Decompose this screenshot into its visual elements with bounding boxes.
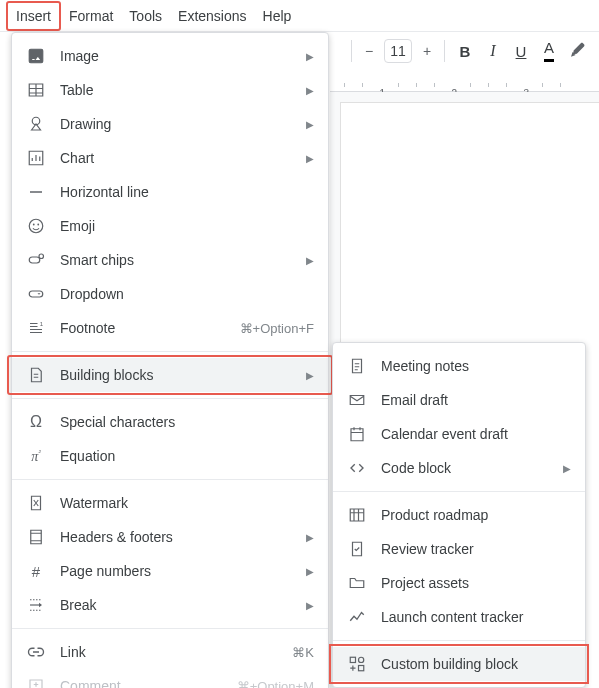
- menu-item-emoji[interactable]: Emoji: [12, 209, 328, 243]
- menu-label: Horizontal line: [60, 184, 314, 200]
- menu-label: Break: [60, 597, 298, 613]
- menu-label: Equation: [60, 448, 314, 464]
- link-icon: [26, 642, 46, 662]
- submenu-item-review-tracker[interactable]: Review tracker: [333, 532, 585, 566]
- menu-help[interactable]: Help: [255, 3, 300, 29]
- menu-label: Link: [60, 644, 292, 660]
- headers-footers-icon: [26, 527, 46, 547]
- menu-item-footnote[interactable]: 1 Footnote ⌘+Option+F: [12, 311, 328, 345]
- highlight-color-button[interactable]: [563, 37, 591, 65]
- chevron-right-icon: ▶: [306, 600, 314, 611]
- menubar: Insert Format Tools Extensions Help: [0, 0, 599, 32]
- font-size-decrease[interactable]: −: [358, 40, 380, 62]
- menu-item-chart[interactable]: Chart ▶: [12, 141, 328, 175]
- menu-item-link[interactable]: Link ⌘K: [12, 635, 328, 669]
- menu-item-comment: Comment ⌘+Option+M: [12, 669, 328, 688]
- menu-tools[interactable]: Tools: [121, 3, 170, 29]
- menu-label: Chart: [60, 150, 298, 166]
- italic-button[interactable]: I: [479, 37, 507, 65]
- menu-item-smart-chips[interactable]: Smart chips ▶: [12, 243, 328, 277]
- submenu-item-launch-tracker[interactable]: Launch content tracker: [333, 600, 585, 634]
- menu-shortcut: ⌘+Option+F: [240, 321, 314, 336]
- menu-extensions[interactable]: Extensions: [170, 3, 254, 29]
- menu-label: Page numbers: [60, 563, 298, 579]
- bold-button[interactable]: B: [451, 37, 479, 65]
- underline-button[interactable]: U: [507, 37, 535, 65]
- project-assets-icon: [347, 573, 367, 593]
- menu-item-table[interactable]: Table ▶: [12, 73, 328, 107]
- menu-label: Project assets: [381, 575, 571, 591]
- toolbar-divider: [444, 40, 445, 62]
- footnote-icon: 1: [26, 318, 46, 338]
- drawing-icon: [26, 114, 46, 134]
- svg-rect-9: [359, 666, 364, 671]
- svg-point-1: [29, 219, 43, 233]
- chevron-right-icon: ▶: [306, 153, 314, 164]
- submenu-item-meeting-notes[interactable]: Meeting notes: [333, 349, 585, 383]
- menu-shortcut: ⌘K: [292, 645, 314, 660]
- meeting-notes-icon: [347, 356, 367, 376]
- chart-icon: [26, 148, 46, 168]
- building-blocks-icon: [26, 365, 46, 385]
- submenu-item-product-roadmap[interactable]: Product roadmap: [333, 498, 585, 532]
- highlighter-icon: [568, 42, 586, 60]
- font-size-increase[interactable]: +: [416, 40, 438, 62]
- menu-item-break[interactable]: Break ▶: [12, 588, 328, 622]
- menu-label: Comment: [60, 678, 237, 688]
- menu-divider: [12, 479, 328, 480]
- text-color-button[interactable]: A: [535, 37, 563, 65]
- special-chars-icon: Ω: [26, 412, 46, 432]
- menu-divider: [12, 628, 328, 629]
- menu-item-image[interactable]: Image ▶: [12, 39, 328, 73]
- review-tracker-icon: [347, 539, 367, 559]
- horizontal-line-icon: [26, 182, 46, 202]
- menu-item-headers-footers[interactable]: Headers & footers ▶: [12, 520, 328, 554]
- menu-label: Meeting notes: [381, 358, 571, 374]
- svg-text:1: 1: [40, 321, 44, 327]
- roadmap-icon: [347, 505, 367, 525]
- launch-tracker-icon: [347, 607, 367, 627]
- menu-item-special-characters[interactable]: Ω Special characters: [12, 405, 328, 439]
- submenu-item-code-block[interactable]: Code block ▶: [333, 451, 585, 485]
- menu-format[interactable]: Format: [61, 3, 121, 29]
- submenu-item-project-assets[interactable]: Project assets: [333, 566, 585, 600]
- table-icon: [26, 80, 46, 100]
- chevron-right-icon: ▶: [306, 532, 314, 543]
- chevron-right-icon: ▶: [306, 51, 314, 62]
- svg-point-10: [359, 657, 364, 662]
- svg-point-2: [33, 224, 35, 226]
- svg-rect-4: [29, 257, 40, 263]
- chevron-right-icon: ▶: [563, 463, 571, 474]
- menu-item-equation[interactable]: π² Equation: [12, 439, 328, 473]
- menu-label: Email draft: [381, 392, 571, 408]
- image-icon: [26, 46, 46, 66]
- menu-divider: [333, 491, 585, 492]
- building-blocks-submenu: Meeting notes Email draft Calendar event…: [332, 342, 586, 688]
- menu-item-dropdown[interactable]: Dropdown: [12, 277, 328, 311]
- submenu-item-calendar-event[interactable]: Calendar event draft: [333, 417, 585, 451]
- break-icon: [26, 595, 46, 615]
- calendar-event-icon: [347, 424, 367, 444]
- font-size-input[interactable]: [384, 39, 412, 63]
- email-draft-icon: [347, 390, 367, 410]
- ruler: 1 2 3: [330, 70, 599, 92]
- chevron-right-icon: ▶: [306, 370, 314, 381]
- page-numbers-icon: #: [26, 561, 46, 581]
- menu-label: Drawing: [60, 116, 298, 132]
- insert-dropdown: Image ▶ Table ▶ Drawing ▶ Chart ▶ Horizo…: [11, 32, 329, 688]
- submenu-item-custom-building-block[interactable]: Custom building block: [333, 647, 585, 681]
- submenu-item-email-draft[interactable]: Email draft: [333, 383, 585, 417]
- font-size-control: − +: [358, 39, 438, 63]
- menu-item-horizontal-line[interactable]: Horizontal line: [12, 175, 328, 209]
- chevron-right-icon: ▶: [306, 566, 314, 577]
- menu-label: Calendar event draft: [381, 426, 571, 442]
- dropdown-icon: [26, 284, 46, 304]
- menu-insert[interactable]: Insert: [6, 1, 61, 31]
- menu-item-watermark[interactable]: Watermark: [12, 486, 328, 520]
- menu-label: Building blocks: [60, 367, 298, 383]
- code-block-icon: [347, 458, 367, 478]
- menu-item-page-numbers[interactable]: # Page numbers ▶: [12, 554, 328, 588]
- menu-item-building-blocks[interactable]: Building blocks ▶: [12, 358, 328, 392]
- menu-label: Review tracker: [381, 541, 571, 557]
- menu-item-drawing[interactable]: Drawing ▶: [12, 107, 328, 141]
